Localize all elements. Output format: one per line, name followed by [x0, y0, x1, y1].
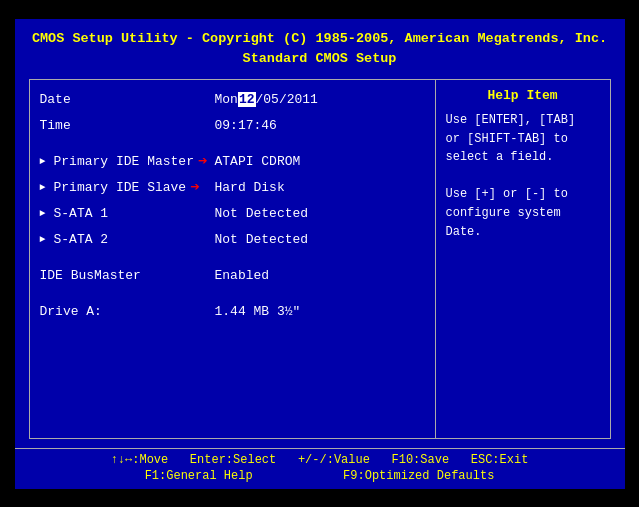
footer-row-2: F1:General Help F9:Optimized Defaults — [25, 469, 615, 483]
date-value: Mon 12/05/2011 — [215, 92, 318, 107]
primary-ide-slave-row: ► Primary IDE Slave ➔ Hard Disk — [40, 176, 425, 198]
footer: ↑↓↔:Move Enter:Select +/-/:Value F10:Sav… — [15, 448, 625, 489]
title-line2: Standard CMOS Setup — [29, 49, 611, 69]
arrow-icon: ➔ — [198, 151, 208, 171]
help-title: Help Item — [446, 88, 600, 103]
time-row: Time 09:17:46 — [40, 114, 425, 136]
right-panel: Help Item Use [ENTER], [TAB] or [SHIFT-T… — [436, 79, 611, 439]
primary-ide-master-label: ► Primary IDE Master ➔ — [40, 151, 215, 171]
footer-nav: ↑↓↔:Move Enter:Select +/-/:Value F10:Sav… — [111, 453, 529, 467]
date-label: Date — [40, 92, 215, 107]
primary-ide-master-value: ATAPI CDROM — [215, 154, 301, 169]
ide-busmaster-row: IDE BusMaster Enabled — [40, 264, 425, 286]
sata1-row: ► S-ATA 1 Not Detected — [40, 202, 425, 224]
expand-icon-3: ► — [40, 208, 46, 219]
title-line1: CMOS Setup Utility - Copyright (C) 1985-… — [29, 29, 611, 49]
left-panel: Date Mon 12/05/2011 Time 09:17:46 ► Prim… — [29, 79, 436, 439]
sata1-value: Not Detected — [215, 206, 309, 221]
sata2-value: Not Detected — [215, 232, 309, 247]
expand-icon-4: ► — [40, 234, 46, 245]
help-text: Use [ENTER], [TAB] or [SHIFT-TAB] to sel… — [446, 111, 600, 241]
sata2-row: ► S-ATA 2 Not Detected — [40, 228, 425, 250]
expand-icon: ► — [40, 156, 46, 167]
time-label: Time — [40, 118, 215, 133]
arrow-icon-2: ➔ — [190, 177, 200, 197]
ide-busmaster-label: IDE BusMaster — [40, 268, 215, 283]
primary-ide-slave-label: ► Primary IDE Slave ➔ — [40, 177, 215, 197]
bios-screen: CMOS Setup Utility - Copyright (C) 1985-… — [15, 19, 625, 489]
time-value: 09:17:46 — [215, 118, 277, 133]
drive-a-label: Drive A: — [40, 304, 215, 319]
primary-ide-slave-value: Hard Disk — [215, 180, 285, 195]
sata1-label: ► S-ATA 1 — [40, 206, 215, 221]
expand-icon-2: ► — [40, 182, 46, 193]
drive-a-row: Drive A: 1.44 MB 3½" — [40, 300, 425, 322]
title-bar: CMOS Setup Utility - Copyright (C) 1985-… — [29, 29, 611, 70]
footer-row-1: ↑↓↔:Move Enter:Select +/-/:Value F10:Sav… — [25, 453, 615, 467]
sata2-label: ► S-ATA 2 — [40, 232, 215, 247]
main-area: Date Mon 12/05/2011 Time 09:17:46 ► Prim… — [29, 79, 611, 439]
drive-a-value: 1.44 MB 3½" — [215, 304, 301, 319]
date-row: Date Mon 12/05/2011 — [40, 88, 425, 110]
ide-busmaster-value: Enabled — [215, 268, 270, 283]
primary-ide-master-row: ► Primary IDE Master ➔ ATAPI CDROM — [40, 150, 425, 172]
date-day-highlight: 12 — [238, 92, 256, 107]
